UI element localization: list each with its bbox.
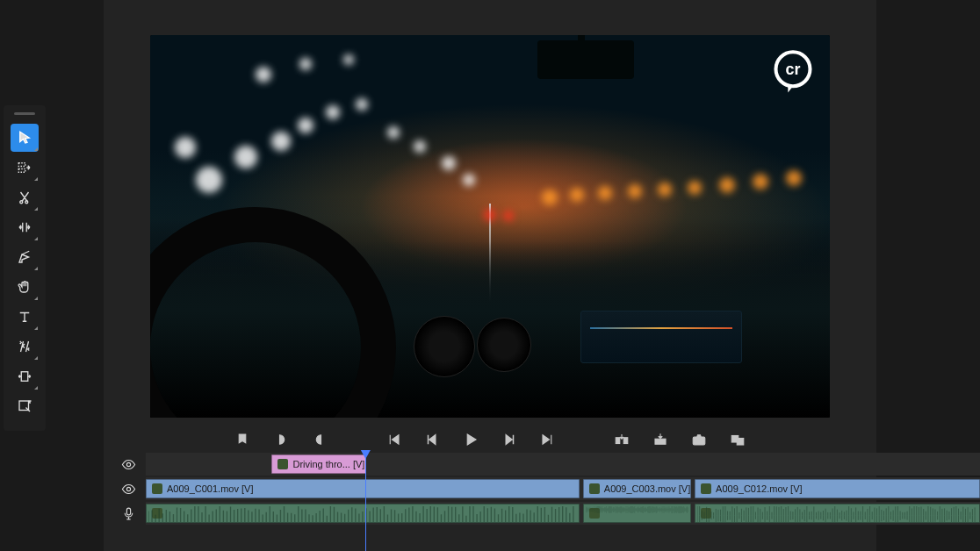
eye-icon[interactable] xyxy=(111,457,146,472)
clip[interactable]: Driving thro... [V] xyxy=(271,454,365,474)
tool-ripple-edit[interactable] xyxy=(11,213,39,241)
tool-selection[interactable] xyxy=(11,124,39,152)
track-title: Driving thro... [V] xyxy=(111,453,980,476)
mark-out-button[interactable] xyxy=(310,430,329,449)
timeline[interactable]: Driving thro... [V]A009_C001.mov [V]A009… xyxy=(111,453,980,551)
fx-badge-icon xyxy=(701,483,711,494)
program-monitor[interactable]: cr xyxy=(150,35,830,418)
tool-razor[interactable] xyxy=(11,183,39,211)
tool-track-select[interactable] xyxy=(11,154,39,182)
tool-remix[interactable] xyxy=(11,333,39,361)
tool-pen[interactable] xyxy=(11,243,39,271)
track-video: A009_C001.mov [V]A009_C003.mov [V]A009_C… xyxy=(111,477,980,500)
step-back-button[interactable] xyxy=(422,430,442,449)
mark-in-button[interactable] xyxy=(271,430,291,449)
clip-label: A009_C001.mov [V] xyxy=(167,483,253,494)
track-body[interactable] xyxy=(146,502,980,525)
tool-generate[interactable] xyxy=(11,392,39,420)
clip[interactable]: A009_C001.mov [V] xyxy=(146,479,580,498)
compare-button[interactable] xyxy=(728,430,747,449)
fx-badge-icon xyxy=(152,483,162,494)
clip[interactable] xyxy=(146,504,580,523)
tool-slip[interactable] xyxy=(11,362,39,390)
tool-type[interactable] xyxy=(11,303,39,331)
toolbar-grip[interactable] xyxy=(14,112,35,115)
track-body[interactable]: Driving thro... [V] xyxy=(146,453,980,476)
overwrite-button[interactable] xyxy=(651,430,670,449)
svg-rect-6 xyxy=(616,438,620,444)
svg-rect-7 xyxy=(623,438,628,444)
go-to-out-button[interactable] xyxy=(538,430,558,449)
svg-point-14 xyxy=(126,487,130,490)
step-forward-button[interactable] xyxy=(500,430,519,449)
watermark-logo: cr xyxy=(770,49,816,95)
svg-point-13 xyxy=(126,462,130,466)
clip[interactable]: A009_C003.mov [V] xyxy=(583,479,692,498)
svg-rect-15 xyxy=(126,508,130,515)
svg-point-10 xyxy=(697,439,702,443)
clip-label: A009_C012.mov [V] xyxy=(716,483,802,494)
transport-bar xyxy=(104,430,876,449)
track-audio xyxy=(111,502,980,525)
play-button[interactable] xyxy=(461,430,480,449)
track-body[interactable]: A009_C001.mov [V]A009_C003.mov [V]A009_C… xyxy=(146,477,980,500)
fx-badge-icon xyxy=(277,459,288,469)
go-to-in-button[interactable] xyxy=(384,430,403,449)
svg-text:cr: cr xyxy=(786,61,801,78)
svg-rect-1 xyxy=(18,169,25,173)
clip-label: Driving thro... [V] xyxy=(292,459,364,469)
svg-rect-8 xyxy=(655,439,666,444)
svg-rect-12 xyxy=(737,439,744,446)
playhead[interactable] xyxy=(365,453,366,551)
eye-icon[interactable] xyxy=(111,482,146,497)
export-frame-button[interactable] xyxy=(689,430,709,449)
add-marker-button[interactable] xyxy=(233,430,252,449)
mic-icon[interactable] xyxy=(111,506,146,521)
clip[interactable]: A009_C012.mov [V] xyxy=(695,479,980,498)
svg-rect-0 xyxy=(18,163,25,167)
clip[interactable] xyxy=(695,504,980,523)
clip-label: A009_C003.mov [V] xyxy=(604,483,690,494)
tool-palette xyxy=(4,105,46,431)
svg-rect-2 xyxy=(21,372,28,382)
fx-badge-icon xyxy=(589,483,600,494)
tool-hand[interactable] xyxy=(11,273,39,301)
insert-button[interactable] xyxy=(612,430,631,449)
clip[interactable] xyxy=(583,504,692,523)
